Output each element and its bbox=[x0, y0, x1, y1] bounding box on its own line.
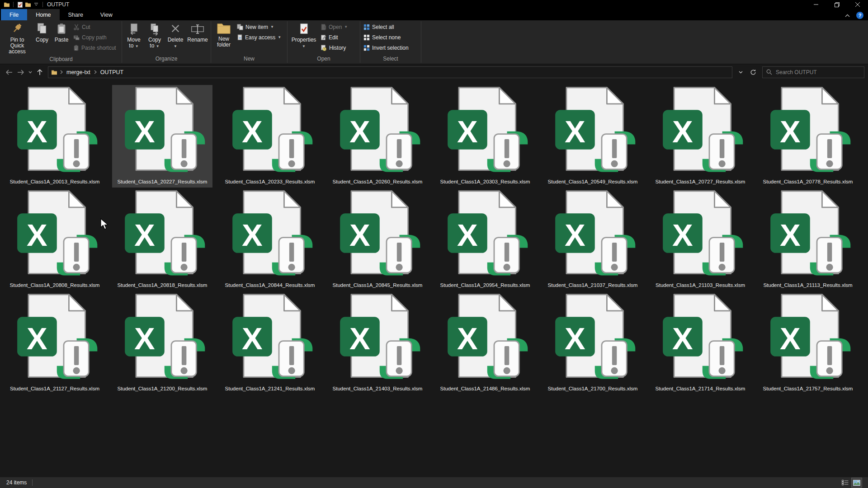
forward-button[interactable] bbox=[15, 67, 26, 78]
pin-to-quick-access-button[interactable]: Pin to Quick access bbox=[2, 21, 33, 55]
excel-x-letter: X bbox=[672, 218, 693, 253]
file-name: Student_Class1A_20013_Results.xlsm bbox=[10, 178, 100, 185]
dropdown-arrow: ▼ bbox=[278, 35, 281, 39]
up-button[interactable] bbox=[34, 67, 45, 78]
delete-button[interactable]: Delete▼ bbox=[165, 21, 186, 52]
exclamation-dot bbox=[73, 160, 80, 167]
ribbon-divider bbox=[122, 21, 122, 63]
tab-share[interactable]: Share bbox=[60, 9, 92, 20]
file-tile[interactable]: X Student_Class1A_21037_Results.xlsm bbox=[542, 188, 643, 291]
excel-x-letter: X bbox=[349, 218, 370, 253]
exclamation-dot bbox=[180, 160, 187, 167]
collapse-ribbon-button[interactable] bbox=[845, 14, 850, 17]
group-label-clipboard: Clipboard bbox=[2, 55, 120, 64]
cut-button[interactable]: Cut bbox=[71, 22, 120, 32]
easy-access-button[interactable]: Easy access ▼ bbox=[235, 32, 286, 42]
large-icons-view-button[interactable] bbox=[852, 478, 862, 487]
copy-to-button[interactable]: Copy to ▼ bbox=[144, 21, 165, 52]
qat-properties-button[interactable] bbox=[16, 0, 24, 9]
file-tile[interactable]: X Student_Class1A_20778_Results.xlsm bbox=[758, 85, 858, 188]
file-tile[interactable]: X Student_Class1A_20808_Results.xlsm bbox=[5, 188, 105, 291]
rename-button[interactable]: Rename bbox=[186, 21, 209, 52]
help-button[interactable]: ? bbox=[856, 12, 863, 19]
address-history-button[interactable] bbox=[735, 67, 746, 78]
copy-path-button[interactable]: Copy path bbox=[71, 32, 120, 42]
details-view-button[interactable] bbox=[840, 478, 850, 487]
select-all-button[interactable]: Select all bbox=[362, 22, 420, 32]
page-fold bbox=[607, 295, 623, 311]
group-label-new: New bbox=[212, 54, 286, 64]
file-name: Student_Class1A_21757_Results.xlsm bbox=[763, 385, 853, 392]
exclamation-dot bbox=[180, 367, 187, 374]
file-tile[interactable]: X Student_Class1A_20303_Results.xlsm bbox=[435, 85, 535, 188]
paste-button[interactable]: Paste bbox=[52, 21, 71, 52]
recent-locations-button[interactable] bbox=[27, 67, 33, 78]
file-tile[interactable]: X Student_Class1A_20227_Results.xlsm bbox=[112, 85, 212, 188]
tab-view[interactable]: View bbox=[92, 9, 121, 20]
file-tile[interactable]: X Student_Class1A_20727_Results.xlsm bbox=[650, 85, 750, 188]
file-list-area[interactable]: X Student_Class1A_20013_Results.xlsm X bbox=[0, 80, 868, 477]
open-button[interactable]: Open ▼ bbox=[319, 22, 359, 32]
group-label-select: Select bbox=[362, 54, 420, 64]
file-tile[interactable]: X Student_Class1A_21403_Results.xlsm bbox=[327, 292, 428, 394]
paste-shortcut-button[interactable]: Paste shortcut bbox=[71, 42, 120, 53]
page-fold bbox=[714, 295, 731, 311]
exclamation-bar bbox=[74, 139, 79, 158]
breadcrumb-item[interactable]: OUTPUT bbox=[99, 69, 124, 75]
properties-button[interactable]: Properties▼ bbox=[289, 21, 319, 52]
breadcrumb-item[interactable]: merge-txt bbox=[66, 69, 91, 75]
xlsm-file-icon: X bbox=[440, 85, 530, 178]
restore-button[interactable] bbox=[826, 0, 847, 9]
status-bar: 24 items bbox=[0, 477, 868, 488]
exclamation-bar bbox=[720, 346, 724, 365]
file-tile[interactable]: X Student_Class1A_20844_Results.xlsm bbox=[220, 188, 320, 291]
file-tile[interactable]: X Student_Class1A_20233_Results.xlsm bbox=[220, 85, 320, 188]
close-button[interactable] bbox=[847, 0, 868, 9]
folder-icon bbox=[51, 70, 57, 75]
file-tile[interactable]: X Student_Class1A_21113_Results.xlsm bbox=[758, 188, 858, 291]
file-tile[interactable]: X Student_Class1A_20818_Results.xlsm bbox=[112, 188, 212, 291]
refresh-button[interactable] bbox=[748, 67, 759, 78]
file-tile[interactable]: X Student_Class1A_21127_Results.xlsm bbox=[5, 292, 105, 394]
invert-selection-button[interactable]: Invert selection bbox=[362, 42, 420, 53]
file-tile[interactable]: X Student_Class1A_20549_Results.xlsm bbox=[542, 85, 643, 188]
new-folder-button[interactable]: New folder bbox=[212, 21, 235, 52]
minimize-button[interactable] bbox=[806, 0, 826, 9]
exclamation-dot bbox=[503, 264, 510, 271]
new-item-button[interactable]: New item ▼ bbox=[235, 22, 286, 32]
tab-file[interactable]: File bbox=[1, 9, 27, 20]
ribbon-divider bbox=[360, 21, 360, 63]
file-tile[interactable]: X Student_Class1A_21757_Results.xlsm bbox=[758, 292, 858, 394]
address-bar[interactable]: merge-txt OUTPUT bbox=[48, 66, 732, 78]
qat-new-folder-button[interactable] bbox=[24, 0, 32, 9]
file-tile[interactable]: X Student_Class1A_21103_Results.xlsm bbox=[650, 188, 750, 291]
xlsm-file-icon: X bbox=[225, 188, 315, 282]
exclamation-bar bbox=[827, 346, 832, 365]
qat-customize-button[interactable] bbox=[32, 0, 40, 9]
file-tile[interactable]: X Student_Class1A_21486_Results.xlsm bbox=[435, 292, 535, 394]
select-none-button[interactable]: Select none bbox=[362, 32, 420, 42]
history-button[interactable]: History bbox=[319, 42, 359, 53]
exclamation-bar bbox=[612, 346, 617, 365]
excel-x-letter: X bbox=[27, 321, 47, 356]
open-icon bbox=[321, 24, 326, 30]
move-to-button[interactable]: Move to ▼ bbox=[123, 21, 144, 52]
file-tile[interactable]: X Student_Class1A_20954_Results.xlsm bbox=[435, 188, 535, 291]
file-tile[interactable]: X Student_Class1A_21241_Results.xlsm bbox=[220, 292, 320, 394]
cut-icon bbox=[73, 24, 80, 30]
tab-home[interactable]: Home bbox=[27, 9, 59, 20]
file-tile[interactable]: X Student_Class1A_21714_Results.xlsm bbox=[650, 292, 750, 394]
edit-button[interactable]: Edit bbox=[319, 32, 359, 42]
file-tile[interactable]: X Student_Class1A_20845_Results.xlsm bbox=[327, 188, 428, 291]
file-tile[interactable]: X Student_Class1A_20260_Results.xlsm bbox=[327, 85, 428, 188]
copy-button[interactable]: Copy bbox=[33, 21, 52, 52]
search-input[interactable] bbox=[776, 69, 860, 75]
file-tile[interactable]: X Student_Class1A_21700_Results.xlsm bbox=[542, 292, 643, 394]
search-icon bbox=[766, 69, 772, 75]
file-tile[interactable]: X Student_Class1A_20013_Results.xlsm bbox=[5, 85, 105, 188]
back-button[interactable] bbox=[4, 67, 14, 78]
search-box[interactable] bbox=[762, 66, 864, 78]
file-tile[interactable]: X Student_Class1A_21200_Results.xlsm bbox=[112, 292, 212, 394]
xlsm-file-icon: X bbox=[117, 188, 208, 282]
exclamation-dot bbox=[396, 264, 402, 271]
